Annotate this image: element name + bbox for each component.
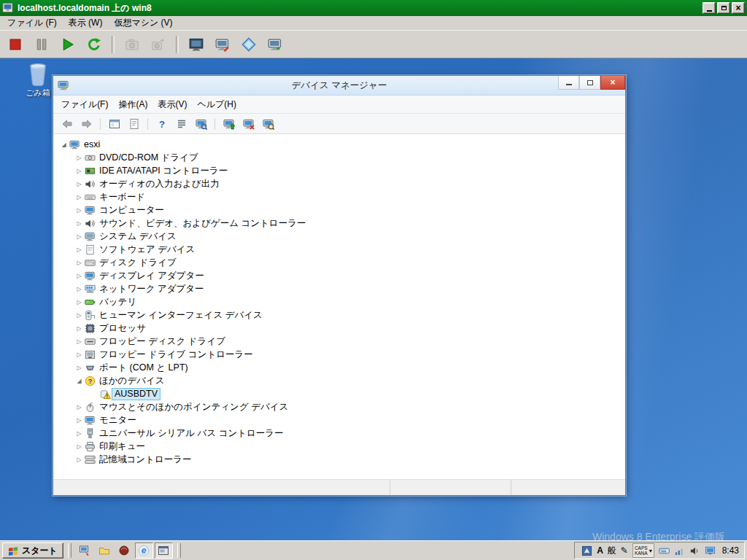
expand-toggle[interactable]: ▷: [74, 456, 84, 463]
quick-launch-browser[interactable]: [115, 542, 133, 559]
signal-tray-icon[interactable]: [674, 545, 685, 556]
expand-toggle[interactable]: ▷: [74, 351, 84, 358]
expand-toggle[interactable]: ▷: [74, 325, 84, 332]
update-driver-button[interactable]: [220, 116, 238, 132]
tree-item[interactable]: ▷記憶域コントローラー: [53, 453, 625, 466]
tree-item[interactable]: ▷フロッピー ディスク ドライブ: [53, 335, 625, 348]
forward-button[interactable]: [77, 116, 96, 132]
expand-toggle[interactable]: ▷: [74, 312, 84, 319]
expand-toggle[interactable]: ▷: [74, 404, 84, 411]
expand-toggle[interactable]: ▷: [74, 365, 84, 371]
expand-toggle[interactable]: ▷: [74, 443, 84, 450]
recycle-bin[interactable]: ごみ箱: [19, 62, 57, 98]
expand-toggle[interactable]: ▷: [74, 181, 84, 187]
dm-maximize-button[interactable]: [579, 76, 600, 90]
tree-item[interactable]: ▷フロッピー ドライブ コントローラー: [53, 348, 625, 361]
dm-menu-item-3[interactable]: 表示(V): [152, 97, 192, 112]
tree-item[interactable]: ▷ポート (COM と LPT): [53, 361, 625, 374]
tree-item[interactable]: ▷ディスプレイ アダプター: [53, 269, 625, 282]
tree-item[interactable]: ▷モニター: [53, 413, 625, 427]
host-menu-item-3[interactable]: 仮想マシン (V): [108, 16, 178, 30]
keyboard-tray-icon[interactable]: [659, 545, 670, 556]
power-on-button[interactable]: [57, 34, 79, 55]
tree-item[interactable]: ▷バッテリ: [53, 295, 625, 308]
expand-toggle[interactable]: ▷: [74, 338, 84, 345]
tree-item[interactable]: ▷IDE ATA/ATAPI コントローラー: [53, 164, 625, 177]
dm-minimize-button[interactable]: [558, 76, 579, 90]
suspend-button[interactable]: [31, 34, 53, 55]
taskbar-grip[interactable]: [68, 543, 71, 558]
quick-launch-internet-explorer[interactable]: e: [135, 542, 153, 559]
taskbar-clock[interactable]: 8:43: [720, 545, 739, 556]
tree-item[interactable]: ◢esxi: [53, 138, 625, 151]
summary-button[interactable]: [238, 34, 260, 55]
quick-launch-show-desktop[interactable]: [76, 542, 94, 559]
quick-launch-explorer[interactable]: [96, 542, 114, 559]
quick-switch-button[interactable]: [212, 34, 233, 55]
back-button[interactable]: [58, 116, 76, 132]
tree-item[interactable]: ▷システム デバイス: [53, 230, 625, 243]
ime-pen-icon[interactable]: ✎: [621, 546, 628, 555]
dm-menu-item-1[interactable]: ファイル(F): [56, 97, 113, 112]
expand-toggle[interactable]: ▷: [74, 299, 84, 306]
quick-launch-console[interactable]: [155, 542, 173, 559]
tree-item[interactable]: ▷ソフトウェア デバイス: [53, 243, 625, 256]
expand-toggle[interactable]: ▷: [74, 155, 84, 161]
ime-conversion-mode[interactable]: 般: [608, 545, 616, 557]
ime-input-mode[interactable]: A: [597, 545, 603, 556]
expand-toggle[interactable]: ▷: [74, 246, 84, 253]
host-minimize-button[interactable]: [703, 2, 716, 14]
expand-toggle[interactable]: ▷: [74, 207, 84, 214]
expand-toggle[interactable]: ▷: [74, 220, 84, 227]
expand-toggle[interactable]: ▷: [74, 417, 84, 424]
tree-item[interactable]: ▷ネットワーク アダプター: [53, 282, 625, 295]
caps-kana-indicator[interactable]: CAPS KANA ▾: [632, 543, 654, 558]
dm-close-button[interactable]: ×: [600, 76, 625, 90]
tree-item[interactable]: ▷プロセッサ: [53, 322, 625, 335]
vm-tray-icon[interactable]: [581, 545, 592, 556]
tree-item[interactable]: ▷DVD/CD-ROM ドライブ: [53, 151, 625, 164]
device-manager-titlebar[interactable]: デバイス マネージャー ×: [53, 76, 625, 96]
tree-item[interactable]: ▷キーボード: [53, 190, 625, 203]
expand-toggle[interactable]: ▷: [74, 430, 84, 437]
scan-hardware-changes-button[interactable]: [259, 116, 277, 132]
export-list-button[interactable]: [172, 116, 190, 132]
tree-item[interactable]: ▷ディスク ドライブ: [53, 256, 625, 269]
tree-item[interactable]: ▷ヒューマン インターフェイス デバイス: [53, 308, 625, 322]
tree-item[interactable]: ▷コンピューター: [53, 203, 625, 217]
reset-button[interactable]: [83, 34, 105, 55]
host-restore-button[interactable]: [717, 2, 730, 14]
expand-toggle[interactable]: ▷: [74, 273, 84, 279]
fullscreen-button[interactable]: [185, 34, 207, 55]
tree-item[interactable]: ◢?ほかのデバイス: [53, 374, 625, 387]
host-menu-item-1[interactable]: ファイル (F): [1, 16, 63, 30]
start-button[interactable]: スタート: [2, 542, 63, 559]
host-window-titlebar[interactable]: localhost.localdomain 上の win8 ×: [0, 0, 747, 16]
expand-toggle[interactable]: ▷: [74, 194, 84, 201]
tree-item[interactable]: AUSBDTV: [53, 387, 625, 400]
expand-toggle[interactable]: ▷: [74, 233, 84, 240]
taskbar-grip[interactable]: [177, 543, 181, 558]
tree-item[interactable]: ▷マウスとそのほかのポインティング デバイス: [53, 400, 625, 413]
tree-item[interactable]: ▷オーディオの入力および出力: [53, 177, 625, 190]
expand-toggle[interactable]: ▷: [74, 260, 84, 266]
tree-item[interactable]: ▷ユニバーサル シリアル バス コントローラー: [53, 427, 625, 440]
tree-item[interactable]: ▷サウンド、ビデオ、およびゲーム コントローラー: [53, 217, 625, 230]
expand-toggle[interactable]: ▷: [74, 168, 84, 174]
volume-tray-icon[interactable]: [689, 545, 700, 556]
properties-button[interactable]: [125, 116, 143, 132]
help-button[interactable]: ?: [152, 116, 171, 132]
dm-menu-item-4[interactable]: ヘルプ(H): [192, 97, 241, 112]
host-close-button[interactable]: ×: [732, 2, 745, 14]
display-tray-icon[interactable]: [705, 545, 716, 556]
power-off-button[interactable]: [4, 34, 26, 55]
collapse-toggle[interactable]: ◢: [74, 378, 84, 384]
dm-menu-item-2[interactable]: 操作(A): [113, 97, 152, 112]
uninstall-device-button[interactable]: [239, 116, 258, 132]
tree-item[interactable]: ▷印刷キュー: [53, 440, 625, 453]
host-menu-item-2[interactable]: 表示 (W): [63, 16, 109, 30]
expand-toggle[interactable]: ▷: [74, 286, 84, 292]
scan-computer-button[interactable]: [192, 116, 210, 132]
console-button[interactable]: [264, 34, 286, 55]
collapse-toggle[interactable]: ◢: [59, 141, 69, 148]
